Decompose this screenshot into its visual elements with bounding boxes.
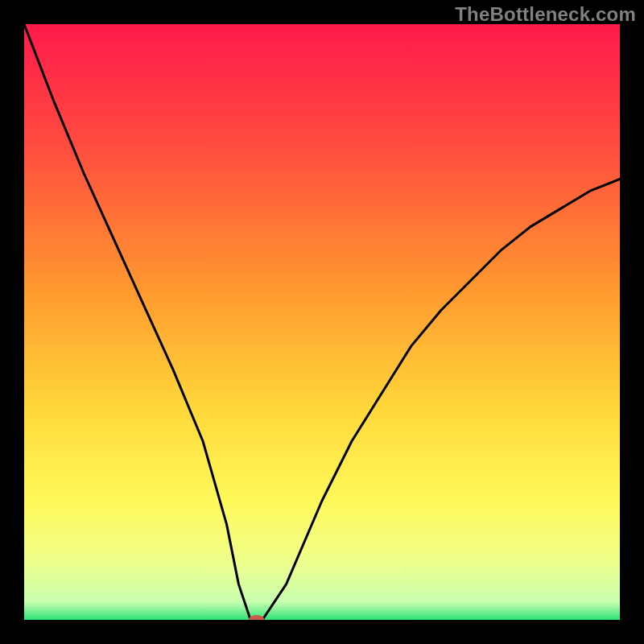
optimal-point-marker	[249, 615, 265, 625]
watermark-text: TheBottleneck.com	[455, 3, 636, 26]
chart-frame: TheBottleneck.com	[0, 0, 644, 644]
gradient-background	[24, 24, 620, 620]
bottleneck-chart	[0, 0, 644, 644]
